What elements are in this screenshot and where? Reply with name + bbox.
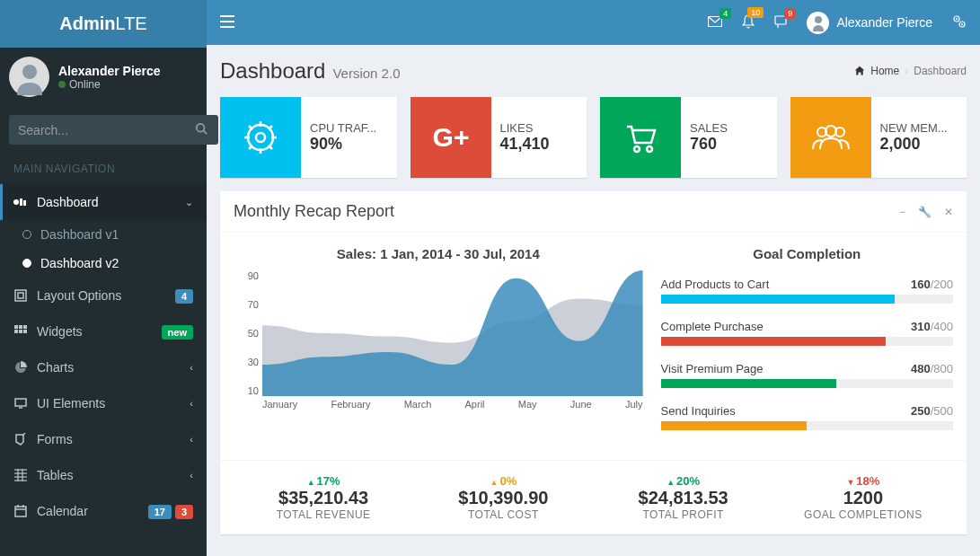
home-icon (854, 66, 865, 76)
stat-box[interactable]: CPU TRAF...90% (220, 97, 397, 178)
stat-value: 2,000 (880, 135, 958, 154)
page-title: DashboardVersion 2.0 (220, 58, 400, 84)
stat-icon (600, 97, 681, 178)
progress-bar (661, 421, 953, 430)
sidebar-item[interactable]: Charts‹ (0, 349, 207, 385)
gears-icon[interactable] (952, 14, 967, 31)
sidebar-sub-item[interactable]: Dashboard v1 (0, 220, 207, 249)
user-name: Alexander Pierce (58, 64, 161, 78)
svg-rect-13 (23, 330, 27, 333)
svg-point-3 (13, 199, 19, 205)
svg-rect-4 (20, 199, 22, 206)
svg-point-34 (956, 18, 958, 20)
stat-value: 41,410 (500, 135, 578, 154)
nav-user[interactable]: Alexander Pierce (807, 12, 932, 34)
logo[interactable]: AdminLTE (0, 0, 207, 48)
goal-item: Visit Premium Page480/800 (661, 362, 953, 388)
stat-row: CPU TRAF...90%G+LIKES41,410SALES760NEW M… (220, 97, 967, 178)
nav-icon (13, 398, 28, 409)
nav-header: MAIN NAVIGATION (0, 154, 207, 184)
panel-footer: 17%$35,210.43TOTAL REVENUE0%$10,390.90TO… (220, 460, 967, 534)
goal-item: Complete Purchase310/400 (661, 320, 953, 346)
stat-box[interactable]: G+LIKES41,410 (411, 97, 587, 178)
progress-bar (661, 295, 953, 304)
sidebar-item[interactable]: Forms‹ (0, 421, 207, 457)
sidebar-item[interactable]: Tables‹ (0, 457, 207, 493)
stat-label: NEW MEM... (880, 121, 958, 135)
breadcrumb: Home › Dashboard (854, 65, 967, 77)
footer-stat: 17%$35,210.43TOTAL REVENUE (234, 474, 413, 521)
search-form (0, 106, 207, 154)
svg-rect-11 (14, 330, 18, 333)
user-status: Online (58, 78, 161, 91)
stat-value: 760 (690, 135, 768, 154)
svg-line-45 (269, 126, 272, 129)
nav-icon (13, 289, 28, 302)
navbar: 4 10 9 Alexander Pierce (207, 0, 980, 45)
svg-rect-5 (23, 200, 26, 206)
svg-line-44 (249, 146, 252, 149)
bell-icon[interactable]: 10 (742, 14, 755, 31)
svg-point-48 (647, 146, 652, 152)
progress-bar (661, 337, 953, 346)
sidebar-item[interactable]: Calendar17 3 (0, 493, 207, 529)
svg-rect-22 (15, 507, 26, 516)
svg-rect-8 (14, 325, 18, 329)
svg-point-1 (197, 124, 205, 132)
stat-label: CPU TRAF... (310, 121, 388, 135)
sidebar-item[interactable]: Widgetsnew (0, 313, 207, 349)
svg-point-37 (256, 133, 265, 142)
progress-bar (661, 379, 953, 388)
svg-rect-9 (19, 325, 22, 329)
sidebar-item[interactable]: UI Elements‹ (0, 385, 207, 421)
nav-icon (13, 325, 28, 338)
goal-item: Send Inquiries250/500 (661, 404, 953, 430)
breadcrumb-home[interactable]: Home (870, 65, 899, 77)
chevron-left-icon: ‹ (190, 470, 193, 481)
circle-icon (22, 259, 31, 268)
stat-box[interactable]: SALES760 (600, 97, 777, 178)
svg-rect-10 (23, 325, 27, 329)
svg-rect-6 (15, 290, 26, 301)
stat-value: 90% (310, 135, 388, 154)
sidebar-item[interactable]: Layout Options4 (0, 278, 207, 313)
stat-box[interactable]: NEW MEM...2,000 (790, 97, 967, 178)
footer-stat: 0%$10,390.90TOTAL COST (413, 474, 593, 521)
nav-icon (13, 505, 28, 517)
chevron-down-icon: ⌄ (185, 197, 193, 208)
footer-stat: 18%1200GOAL COMPLETIONS (773, 474, 953, 521)
stat-label: LIKES (500, 121, 578, 135)
footer-stat: 20%$24,813.53TOTAL PROFIT (594, 474, 773, 521)
circle-icon (22, 230, 31, 239)
svg-point-0 (22, 65, 37, 79)
nav-icon (13, 433, 28, 446)
stat-icon: G+ (411, 97, 491, 178)
menu-toggle-icon[interactable] (220, 15, 234, 31)
close-icon[interactable]: ✕ (944, 206, 953, 218)
chevron-left-icon: ‹ (190, 398, 193, 409)
svg-line-42 (249, 126, 252, 129)
chevron-left-icon: ‹ (190, 362, 193, 373)
svg-rect-12 (19, 330, 22, 333)
search-input[interactable] (9, 115, 184, 145)
sidebar: AdminLTE Alexander Pierce Online MAIN NA… (0, 0, 207, 556)
user-panel: Alexander Pierce Online (0, 48, 207, 106)
sidebar-sub-item[interactable]: Dashboard v2 (0, 249, 207, 278)
stat-icon (790, 97, 871, 178)
breadcrumb-current: Dashboard (914, 65, 967, 77)
svg-point-35 (961, 23, 963, 25)
svg-point-47 (634, 146, 640, 152)
status-dot (58, 81, 66, 88)
mail-icon[interactable]: 4 (708, 15, 722, 30)
svg-rect-14 (15, 399, 26, 406)
flag-icon[interactable]: 9 (774, 15, 787, 31)
chevron-left-icon: ‹ (190, 434, 193, 445)
avatar[interactable] (9, 57, 49, 97)
nav-avatar (807, 12, 829, 34)
nav-icon (13, 197, 28, 207)
svg-rect-7 (18, 293, 23, 298)
chart-title: Sales: 1 Jan, 2014 - 30 Jul, 2014 (234, 246, 643, 261)
collapse-icon[interactable]: − (899, 206, 905, 218)
wrench-icon[interactable]: 🔧 (918, 206, 931, 218)
sidebar-item[interactable]: Dashboard⌄ (0, 184, 207, 220)
